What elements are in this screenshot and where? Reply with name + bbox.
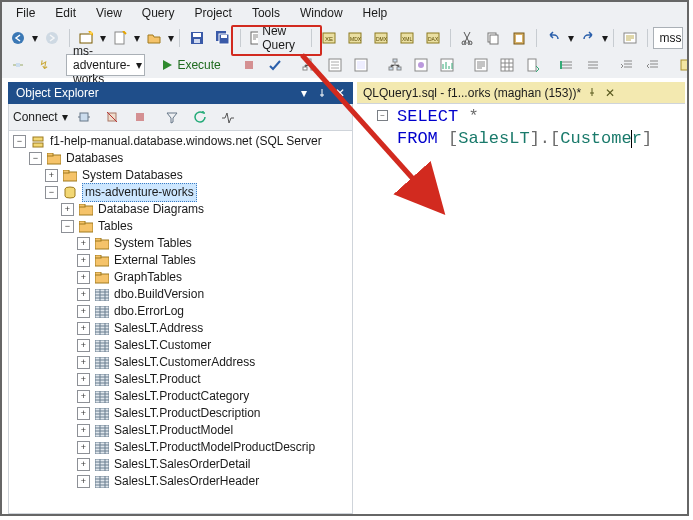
tree-node-database-selected[interactable]: − ms-adventure-works bbox=[9, 184, 352, 201]
tree-node-table[interactable]: +SalesLT.ProductCategory bbox=[9, 388, 352, 405]
expand-icon[interactable]: + bbox=[77, 441, 90, 454]
outdent-icon[interactable] bbox=[641, 53, 665, 77]
menu-help[interactable]: Help bbox=[353, 4, 398, 22]
panel-pin-icon[interactable] bbox=[313, 88, 331, 98]
tree-node-table[interactable]: +dbo.BuildVersion bbox=[9, 286, 352, 303]
expand-icon[interactable]: + bbox=[45, 169, 58, 182]
intellisense-icon[interactable] bbox=[349, 53, 373, 77]
menu-project[interactable]: Project bbox=[185, 4, 242, 22]
panel-close-icon[interactable]: ✕ bbox=[331, 86, 349, 100]
results-to-file-icon[interactable] bbox=[521, 53, 545, 77]
close-tab-icon[interactable]: ✕ bbox=[605, 86, 615, 100]
execute-button[interactable]: Execute bbox=[155, 55, 226, 75]
expand-icon[interactable]: + bbox=[77, 254, 90, 267]
client-stats-icon[interactable] bbox=[435, 53, 459, 77]
tree-node-databases[interactable]: − Databases bbox=[9, 150, 352, 167]
undo-icon[interactable] bbox=[542, 26, 566, 50]
activity-icon[interactable] bbox=[216, 105, 240, 129]
menu-query[interactable]: Query bbox=[132, 4, 185, 22]
include-actual-plan-icon[interactable] bbox=[383, 53, 407, 77]
panel-menu-icon[interactable]: ▾ bbox=[295, 86, 313, 100]
tree-node-server[interactable]: − f1-help-manual.database.windows.net (S… bbox=[9, 133, 352, 150]
specify-values-icon[interactable] bbox=[675, 53, 689, 77]
expand-icon[interactable]: + bbox=[77, 390, 90, 403]
tree-node-system-tables[interactable]: + System Tables bbox=[9, 235, 352, 252]
copy-icon[interactable] bbox=[481, 26, 505, 50]
results-to-text-icon[interactable] bbox=[469, 53, 493, 77]
expand-icon[interactable]: + bbox=[77, 339, 90, 352]
expand-icon[interactable]: + bbox=[77, 458, 90, 471]
tree-node-table[interactable]: +SalesLT.CustomerAddress bbox=[9, 354, 352, 371]
open-file-dropdown[interactable]: ▾ bbox=[168, 28, 174, 48]
sql-editor[interactable]: − SELECT * FROM [SalesLT].[Customer] bbox=[357, 103, 685, 514]
disconnect-icon[interactable] bbox=[100, 105, 124, 129]
connect-button[interactable]: Connect bbox=[13, 110, 58, 124]
filter-icon[interactable] bbox=[160, 105, 184, 129]
tree-node-table[interactable]: +SalesLT.SalesOrderDetail bbox=[9, 456, 352, 473]
paste-icon[interactable] bbox=[507, 26, 531, 50]
save-all-icon[interactable] bbox=[211, 26, 235, 50]
tree-node-system-databases[interactable]: + System Databases bbox=[9, 167, 352, 184]
attach-icon[interactable]: ↯ bbox=[32, 53, 56, 77]
pin-tab-icon[interactable] bbox=[587, 86, 597, 100]
comment-icon[interactable] bbox=[555, 53, 579, 77]
new-query-button[interactable]: New Query bbox=[245, 27, 306, 49]
nav-forward-button[interactable] bbox=[40, 26, 64, 50]
database-combo[interactable]: ms-adventure-works ▾ bbox=[66, 54, 145, 76]
tree-node-table[interactable]: +SalesLT.SalesOrderHeader bbox=[9, 473, 352, 490]
menu-window[interactable]: Window bbox=[290, 4, 353, 22]
query-options-icon[interactable] bbox=[323, 53, 347, 77]
xevent-icon[interactable]: XE bbox=[317, 26, 341, 50]
tree-node-external-tables[interactable]: + External Tables bbox=[9, 252, 352, 269]
editor-tab[interactable]: QLQuery1.sql - f1...orks (maghan (153))* bbox=[363, 86, 581, 100]
results-to-grid-icon[interactable] bbox=[495, 53, 519, 77]
dax-icon[interactable]: DAX bbox=[421, 26, 445, 50]
mdx-icon[interactable]: MDX bbox=[343, 26, 367, 50]
display-plan-icon[interactable] bbox=[297, 53, 321, 77]
parse-icon[interactable] bbox=[263, 53, 287, 77]
tree-node-table[interactable]: +SalesLT.ProductDescription bbox=[9, 405, 352, 422]
launch-config-combo[interactable]: msservi bbox=[653, 27, 683, 49]
indent-icon[interactable] bbox=[615, 53, 639, 77]
open-file-icon[interactable] bbox=[142, 26, 166, 50]
collapse-icon[interactable]: − bbox=[29, 152, 42, 165]
expand-icon[interactable]: + bbox=[77, 424, 90, 437]
find-icon[interactable] bbox=[618, 26, 642, 50]
redo-icon[interactable] bbox=[576, 26, 600, 50]
outline-collapse-icon[interactable]: − bbox=[377, 110, 388, 121]
connect-object-explorer-icon[interactable] bbox=[72, 105, 96, 129]
menu-tools[interactable]: Tools bbox=[242, 4, 290, 22]
expand-icon[interactable]: + bbox=[77, 271, 90, 284]
save-icon[interactable] bbox=[185, 26, 209, 50]
dmx-icon[interactable]: DMX bbox=[369, 26, 393, 50]
redo-dropdown[interactable]: ▾ bbox=[602, 28, 608, 48]
tree-node-table[interactable]: +SalesLT.Address bbox=[9, 320, 352, 337]
expand-icon[interactable]: + bbox=[77, 322, 90, 335]
collapse-icon[interactable]: − bbox=[61, 220, 74, 233]
tree-node-diagrams[interactable]: + Database Diagrams bbox=[9, 201, 352, 218]
expand-icon[interactable]: + bbox=[77, 356, 90, 369]
expand-icon[interactable]: + bbox=[77, 407, 90, 420]
tree-node-table[interactable]: +SalesLT.Product bbox=[9, 371, 352, 388]
tree-node-graph-tables[interactable]: + GraphTables bbox=[9, 269, 352, 286]
cancel-query-icon[interactable] bbox=[237, 53, 261, 77]
tree-node-tables[interactable]: − Tables bbox=[9, 218, 352, 235]
collapse-icon[interactable]: − bbox=[45, 186, 58, 199]
expand-icon[interactable]: + bbox=[77, 288, 90, 301]
nav-back-dropdown[interactable]: ▾ bbox=[32, 28, 38, 48]
cut-icon[interactable] bbox=[455, 26, 479, 50]
menu-view[interactable]: View bbox=[86, 4, 132, 22]
collapse-icon[interactable]: − bbox=[13, 135, 26, 148]
expand-icon[interactable]: + bbox=[61, 203, 74, 216]
tree-node-table[interactable]: +SalesLT.Customer bbox=[9, 337, 352, 354]
new-item-dropdown[interactable]: ▾ bbox=[134, 28, 140, 48]
tree-node-table[interactable]: +SalesLT.ProductModelProductDescrip bbox=[9, 439, 352, 456]
uncomment-icon[interactable] bbox=[581, 53, 605, 77]
expand-icon[interactable]: + bbox=[77, 237, 90, 250]
live-stats-icon[interactable] bbox=[409, 53, 433, 77]
menu-edit[interactable]: Edit bbox=[45, 4, 86, 22]
expand-icon[interactable]: + bbox=[77, 305, 90, 318]
xmla-icon[interactable]: XML bbox=[395, 26, 419, 50]
expand-icon[interactable]: + bbox=[77, 373, 90, 386]
expand-icon[interactable]: + bbox=[77, 475, 90, 488]
